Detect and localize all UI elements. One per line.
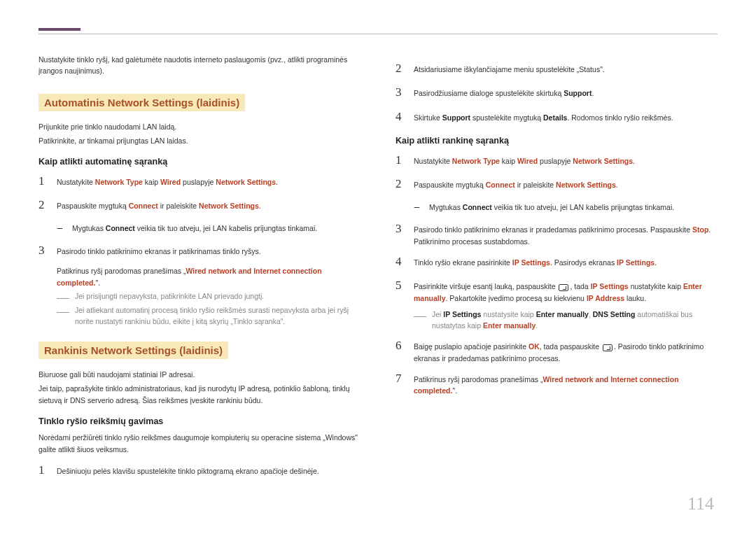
manual-sub-heading: Tinklo ryšio reikšmių gavimas bbox=[38, 416, 360, 426]
auto-note-1: Jei prisijungti nepavyksta, patikrinkite… bbox=[57, 291, 360, 302]
manual-line-1: Biuruose gali būti naudojami statiniai I… bbox=[38, 369, 360, 381]
manual-r-step-4: 4 Tinklo ryšio ekrane pasirinkite IP Set… bbox=[396, 253, 718, 271]
step-text: Pasirinkite viršuje esantį lauką, paspau… bbox=[414, 281, 718, 304]
content-columns: Nustatykite tinklo ryšį, kad galėtumėte … bbox=[38, 54, 718, 485]
step-number: 2 bbox=[38, 196, 48, 214]
auto-line-2: Patikrinkite, ar tinkamai prijungtas LAN… bbox=[38, 135, 360, 147]
page-number: 114 bbox=[687, 493, 714, 514]
auto-step-2: 2 Paspauskite mygtuką Connect ir paleisk… bbox=[38, 196, 360, 214]
manual-r-step-5: 5 Pasirinkite viršuje esantį lauką, pasp… bbox=[396, 276, 718, 304]
header-accent bbox=[38, 28, 80, 31]
manual-r-note: Jei IP Settings nustatysite kaip Enter m… bbox=[414, 309, 718, 332]
substep-text: Mygtukas Connect veikia tik tuo atveju, … bbox=[429, 202, 674, 213]
step-number: 4 bbox=[396, 108, 405, 126]
document-page: Nustatykite tinklo ryšį, kad galėtumėte … bbox=[0, 0, 756, 485]
note-text: Jei IP Settings nustatysite kaip Enter m… bbox=[432, 309, 718, 332]
manual-line-2: Jei taip, paprašykite tinklo administrat… bbox=[38, 383, 360, 407]
right-sub-heading: Kaip atlikti rankinę sąranką bbox=[396, 136, 718, 146]
manual-r-step-3: 3 Pasirodo tinklo patikrinimo ekranas ir… bbox=[396, 220, 718, 247]
step-number: 6 bbox=[396, 337, 405, 355]
left-column: Nustatykite tinklo ryšį, kad galėtumėte … bbox=[38, 54, 360, 485]
auto-line-1: Prijunkite prie tinklo naudodami LAN lai… bbox=[38, 121, 360, 133]
step-text: Skirtuke Support spustelėkite mygtuką De… bbox=[414, 112, 718, 123]
long-dash-icon bbox=[57, 298, 69, 299]
step-text: Patikrinus ryšį parodomas pranešimas „Wi… bbox=[414, 374, 718, 397]
auto-note-2: Jei atliekant automatinį procesą tinklo … bbox=[57, 305, 360, 328]
section-auto-title: Automatinis Network Settings (laidinis) bbox=[38, 94, 245, 111]
manual-r-step-2: 2 Paspauskite mygtuką Connect ir paleisk… bbox=[396, 175, 718, 193]
step-number: 1 bbox=[396, 151, 405, 169]
step-number: 7 bbox=[396, 370, 405, 388]
manual-r-step-1: 1 Nustatykite Network Type kaip Wired pu… bbox=[396, 151, 718, 169]
step-number: 4 bbox=[396, 253, 405, 271]
manual-r-step-6: 6 Baigę puslapio apačioje pasirinkite OK… bbox=[396, 337, 718, 364]
section-manual-title: Rankinis Network Settings (laidinis) bbox=[38, 342, 228, 359]
step-number: 2 bbox=[396, 59, 405, 78]
step-number: 1 bbox=[38, 461, 48, 479]
step-text: Atsidariusiame iškylančiajame meniu spus… bbox=[414, 64, 718, 75]
right-step-2: 2 Atsidariusiame iškylančiajame meniu sp… bbox=[396, 59, 718, 78]
substep-text: Mygtukas Connect veikia tik tuo atveju, … bbox=[72, 223, 317, 234]
manual-r-substep-2: ‒ Mygtukas Connect veikia tik tuo atveju… bbox=[414, 199, 718, 215]
manual-step-1: 1 Dešiniuoju pelės klavišu spustelėkite … bbox=[38, 461, 360, 479]
step-number: 2 bbox=[396, 175, 405, 193]
step-text: Nustatykite Network Type kaip Wired pusl… bbox=[57, 176, 360, 188]
enter-icon bbox=[603, 344, 612, 351]
dash-icon: ‒ bbox=[414, 199, 421, 215]
manual-line-3: Norėdami peržiūrėti tinklo ryšio reikšme… bbox=[38, 432, 360, 456]
step-number: 5 bbox=[396, 276, 405, 295]
auto-step-1: 1 Nustatykite Network Type kaip Wired pu… bbox=[38, 172, 360, 190]
auto-sub-heading: Kaip atlikti automatinę sąranką bbox=[38, 157, 360, 167]
long-dash-icon bbox=[57, 312, 69, 313]
step-text: Dešiniuoju pelės klavišu spustelėkite ti… bbox=[57, 465, 360, 477]
right-column: 2 Atsidariusiame iškylančiajame meniu sp… bbox=[396, 54, 718, 485]
enter-icon bbox=[559, 284, 568, 291]
step-text: Tinklo ryšio ekrane pasirinkite IP Setti… bbox=[414, 257, 718, 268]
step-number: 3 bbox=[396, 220, 405, 238]
right-step-3: 3 Pasirodžiusiame dialoge spustelėkite s… bbox=[396, 83, 718, 101]
auto-substep-2: ‒ Mygtukas Connect veikia tik tuo atveju… bbox=[57, 220, 360, 236]
step-text: Baigę puslapio apačioje pasirinkite OK, … bbox=[414, 341, 718, 364]
auto-step-3: 3 Pasirodo tinklo patikrinimo ekranas ir… bbox=[38, 241, 360, 260]
manual-r-step-7: 7 Patikrinus ryšį parodomas pranešimas „… bbox=[396, 370, 718, 397]
step-text: Paspauskite mygtuką Connect ir paleiskit… bbox=[414, 179, 718, 190]
long-dash-icon bbox=[414, 316, 426, 317]
step-text: Paspauskite mygtuką Connect ir paleiskit… bbox=[57, 200, 360, 211]
header-divider bbox=[38, 34, 718, 34]
intro-text: Nustatykite tinklo ryšį, kad galėtumėte … bbox=[38, 54, 360, 77]
step-text: Pasirodžiusiame dialoge spustelėkite ski… bbox=[414, 87, 718, 99]
step-text: Nustatykite Network Type kaip Wired pusl… bbox=[414, 155, 718, 167]
dash-icon: ‒ bbox=[57, 220, 64, 236]
step-number: 1 bbox=[38, 172, 48, 190]
step-text: Pasirodo tinklo patikrinimo ekranas ir p… bbox=[414, 224, 718, 247]
auto-s3-note: Patikrinus ryšį parodomas pranešimas „Wi… bbox=[57, 265, 360, 289]
step-number: 3 bbox=[396, 83, 405, 101]
step-number: 3 bbox=[38, 241, 48, 260]
step-text: Pasirodo tinklo patikrinimo ekranas ir p… bbox=[57, 246, 360, 257]
right-step-4: 4 Skirtuke Support spustelėkite mygtuką … bbox=[396, 108, 718, 126]
